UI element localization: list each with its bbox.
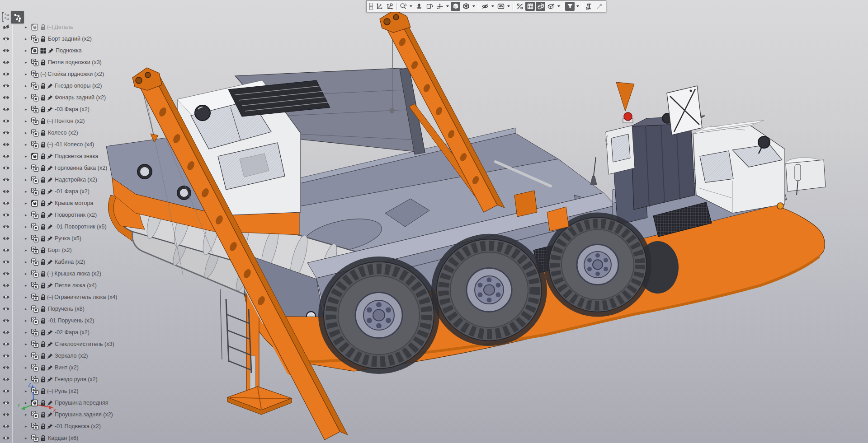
visibility-eye-icon[interactable] [0,107,12,112]
visibility-eye-icon[interactable] [0,341,12,347]
visibility-eye-icon[interactable] [0,130,12,135]
expand-arrow-icon[interactable]: ▸ [25,260,31,264]
tree-row[interactable]: ▸ [0,197,118,209]
visibility-eye-icon[interactable] [0,48,12,53]
expand-arrow-icon[interactable]: ▸ [25,319,31,323]
visibility-eye-icon[interactable] [0,154,12,159]
tree-row[interactable]: ▸ [0,103,118,115]
tree-row[interactable]: ▸ [0,162,118,174]
visibility-eye-icon[interactable] [0,177,12,182]
expand-arrow-icon[interactable]: ▸ [25,84,31,88]
tree-row[interactable]: ▸ [0,280,118,291]
wireframe-mode-button[interactable] [461,2,471,11]
visibility-eye-icon[interactable] [0,353,12,359]
tree-row[interactable]: ▸ [0,291,118,303]
expand-arrow-icon[interactable]: ▸ [25,37,31,41]
visibility-eye-icon[interactable] [0,318,12,323]
visibility-eye-icon[interactable] [0,118,12,124]
visibility-eye-icon[interactable] [0,165,12,171]
visibility-eye-icon[interactable] [0,271,12,276]
expand-arrow-icon[interactable]: ▸ [25,225,31,229]
expand-arrow-icon[interactable]: ▸ [25,378,31,382]
expand-arrow-icon[interactable]: ▸ [25,389,31,393]
move-triad-button[interactable] [435,2,444,11]
visibility-eye-icon[interactable] [0,60,12,65]
tree-row[interactable]: ▸ [0,303,118,315]
tree-row[interactable]: ▸ [0,92,118,103]
visibility-eye-icon[interactable] [0,388,12,394]
expand-arrow-icon[interactable]: ▸ [25,295,31,299]
tree-row[interactable]: ▸ [0,45,118,56]
hide-elements-dropdown[interactable] [490,2,495,11]
expand-arrow-icon[interactable]: ▸ [25,154,31,159]
tree-row[interactable]: ▸ [0,315,118,326]
tree-row[interactable]: ▸ [0,350,118,362]
visibility-eye-icon[interactable] [0,36,12,42]
expand-arrow-icon[interactable]: ▸ [25,190,31,194]
visibility-eye-icon[interactable] [0,306,12,312]
tree-row[interactable]: ▸ [0,373,118,385]
visibility-eye-icon[interactable] [0,83,12,89]
zoom-dropdown[interactable] [408,2,414,11]
visibility-eye-icon[interactable] [0,224,12,229]
expand-arrow-icon[interactable]: ▸ [25,436,31,440]
visibility-eye-icon[interactable] [0,212,12,218]
visibility-eye-icon[interactable] [0,236,12,241]
zoom-button[interactable] [398,2,408,11]
expand-arrow-icon[interactable]: ▸ [25,25,31,29]
visibility-eye-icon[interactable] [0,330,12,335]
selection-filter-button[interactable] [565,2,575,11]
assembly-structure-list-button[interactable]: 111 212 [1,12,9,23]
3d-viewport[interactable]: X Y Z [0,0,868,443]
visibility-eye-icon[interactable] [0,365,12,370]
tree-row[interactable]: ▸ [0,174,118,186]
expand-arrow-icon[interactable]: ▸ [25,166,31,170]
visibility-eye-icon[interactable] [0,95,12,100]
tree-row[interactable]: ▸ [0,362,118,373]
expand-arrow-icon[interactable]: ▸ [25,96,31,100]
eyedropper-button[interactable] [594,2,604,11]
shaded-mode-button[interactable] [451,2,460,11]
toolbar-grip-handle[interactable] [369,3,373,10]
render-options-button[interactable] [546,2,556,11]
sketch-plane-button[interactable] [374,2,384,11]
tree-row[interactable]: ▸ [0,68,118,80]
visibility-eye-icon[interactable] [0,201,12,206]
tree-row[interactable]: ▸ [0,397,118,409]
section-view-button[interactable] [515,2,524,11]
expand-arrow-icon[interactable]: ▸ [25,354,31,358]
expand-arrow-icon[interactable]: ▸ [25,119,31,123]
visibility-eye-icon[interactable] [0,71,12,77]
view-direction-button[interactable] [414,2,424,11]
expand-arrow-icon[interactable]: ▸ [25,307,31,311]
selection-filter-dropdown[interactable] [575,2,580,11]
workplane-view-button[interactable] [385,2,394,11]
model-tree-button[interactable] [11,11,24,23]
visibility-eye-icon[interactable] [0,24,12,30]
expand-arrow-icon[interactable]: ▸ [25,72,31,76]
visibility-eye-icon[interactable] [0,283,12,288]
tree-row[interactable]: ▸ [0,139,118,150]
materials-button[interactable] [536,2,545,11]
expand-arrow-icon[interactable]: ▸ [25,424,31,429]
visibility-eye-icon[interactable] [0,435,12,441]
hide-elements-button[interactable] [480,2,490,11]
tree-row[interactable]: ▸ [0,432,118,443]
tree-row[interactable]: ▸ [0,385,118,397]
structure-button[interactable] [584,2,594,11]
tree-row[interactable]: ▸ [0,80,118,92]
expand-arrow-icon[interactable]: ▸ [25,61,31,65]
tree-row[interactable]: ▸ [0,56,118,68]
tree-row[interactable]: ▸ [0,256,118,268]
expand-arrow-icon[interactable]: ▸ [25,143,31,147]
expand-arrow-icon[interactable]: ▸ [25,413,31,417]
tree-row[interactable]: ▸ [0,420,118,432]
render-options-dropdown[interactable] [556,2,561,11]
visibility-eye-icon[interactable] [0,189,12,194]
expand-arrow-icon[interactable]: ▸ [25,201,31,205]
tree-row[interactable]: ▸ [0,127,118,139]
expand-arrow-icon[interactable]: ▸ [25,213,31,217]
expand-arrow-icon[interactable]: ▸ [25,178,31,182]
expand-arrow-icon[interactable]: ▸ [25,131,31,135]
tree-row[interactable]: ▸ [0,150,118,162]
